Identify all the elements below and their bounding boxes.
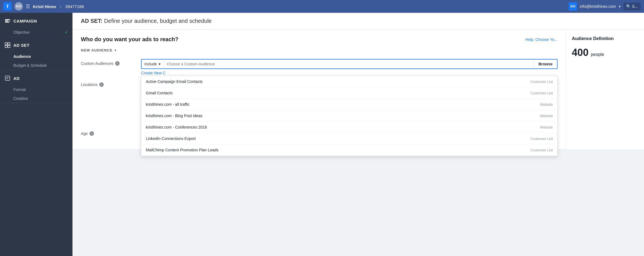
sidebar: CAMPAIGN Objective ✓ AD SET bbox=[0, 13, 72, 256]
campaign-icon bbox=[4, 18, 11, 24]
new-audience-bar: NEW AUDIENCE ▾ bbox=[81, 48, 558, 52]
locations-label: Locations i bbox=[81, 80, 137, 87]
nav-user-name: Kristi Hines bbox=[33, 4, 56, 9]
audience-definition-title: Audience Definition bbox=[572, 36, 638, 41]
dropdown-item-name: kristihines.com - all traffic bbox=[146, 102, 190, 107]
content-main: Who do you want your ads to reach? Help:… bbox=[72, 29, 566, 149]
svg-rect-2 bbox=[5, 22, 9, 23]
main-layout: CAMPAIGN Objective ✓ AD SET bbox=[0, 13, 644, 256]
sidebar-campaign-header: CAMPAIGN bbox=[0, 13, 72, 28]
dropdown-item-name: kristihines.com - Conferences 2016 bbox=[146, 125, 207, 129]
section-title: Who do you want your ads to reach? bbox=[81, 36, 178, 43]
dropdown-item[interactable]: Active Campaign Email ContactsCustomer L… bbox=[141, 76, 557, 87]
svg-rect-1 bbox=[5, 21, 8, 21]
sidebar-item-objective[interactable]: Objective ✓ bbox=[0, 28, 72, 37]
create-new-link[interactable]: Create New C bbox=[141, 71, 166, 75]
section-title-row: Who do you want your ads to reach? Help:… bbox=[81, 36, 558, 43]
sidebar-section-ad: AD Format Creative bbox=[0, 70, 72, 103]
dropdown-item-name: MailChimp Content Promotion Plan Leads bbox=[146, 148, 219, 152]
new-audience-dropdown-icon[interactable]: ▾ bbox=[115, 48, 116, 52]
sidebar-section-campaign: CAMPAIGN Objective ✓ bbox=[0, 13, 72, 37]
sidebar-adset-title: AD SET bbox=[13, 43, 30, 48]
sidebar-ad-title: AD bbox=[13, 76, 20, 81]
sidebar-adset-header: AD SET bbox=[0, 37, 72, 52]
include-dropdown-icon: ▾ bbox=[159, 62, 161, 66]
nav-arrow: › bbox=[60, 4, 61, 9]
sidebar-item-audience[interactable]: Audience bbox=[0, 52, 72, 61]
content-body: Who do you want your ads to reach? Help:… bbox=[72, 29, 644, 149]
svg-rect-7 bbox=[5, 76, 10, 80]
sidebar-item-budget-schedule[interactable]: Budget & Schedule bbox=[0, 61, 72, 70]
fb-logo: f bbox=[3, 2, 12, 11]
sidebar-campaign-title: CAMPAIGN bbox=[13, 19, 37, 23]
ad-icon bbox=[4, 75, 11, 81]
help-link[interactable]: Help: Choose Yo... bbox=[525, 37, 558, 42]
dropdown-item-type: Customer List bbox=[531, 148, 553, 152]
sidebar-section-adset: AD SET Audience Budget & Schedule bbox=[0, 37, 72, 70]
custom-audiences-row: Custom Audiences i Include ▾ Browse bbox=[81, 59, 558, 75]
nav-right: KH info@kristihines.com ▾ 🔍 S... bbox=[569, 2, 641, 11]
custom-audiences-info-icon[interactable]: i bbox=[115, 61, 120, 66]
audience-input-row: Include ▾ Browse bbox=[141, 59, 558, 69]
audience-definition-panel: Audience Definition 400 people bbox=[566, 29, 644, 149]
custom-audience-container: Include ▾ Browse Active Campaign Email C… bbox=[141, 59, 558, 75]
nav-kh-badge: KH bbox=[569, 2, 577, 11]
dropdown-item-type: Customer List bbox=[531, 80, 553, 84]
dropdown-item-name: kristihines.com - Blog Post Ideas bbox=[146, 114, 202, 118]
new-audience-button[interactable]: NEW AUDIENCE bbox=[81, 48, 112, 52]
age-label: Age i bbox=[81, 129, 137, 136]
nav-email: info@kristihines.com bbox=[580, 4, 616, 9]
svg-rect-3 bbox=[5, 43, 7, 45]
dropdown-item-name: Active Campaign Email Contacts bbox=[146, 79, 203, 84]
dropdown-item[interactable]: MailChimp Content Promotion Plan LeadsCu… bbox=[141, 144, 557, 156]
svg-rect-5 bbox=[5, 45, 7, 48]
include-select[interactable]: Include ▾ bbox=[142, 60, 164, 68]
nav-avatar: KH bbox=[14, 2, 23, 11]
dropdown-item-type: Website bbox=[540, 114, 553, 118]
nav-email-dropdown-icon[interactable]: ▾ bbox=[619, 4, 621, 9]
objective-check-icon: ✓ bbox=[65, 30, 68, 35]
adset-icon bbox=[4, 42, 11, 48]
adset-header-title: AD SET: Define your audience, budget and… bbox=[81, 18, 212, 24]
dropdown-item[interactable]: LinkedIn Connections ExportCustomer List bbox=[141, 133, 557, 144]
top-nav: f KH ☰ Kristi Hines › 39477188 KH info@k… bbox=[0, 0, 644, 13]
dropdown-item-type: Website bbox=[540, 125, 553, 129]
dropdown-item[interactable]: kristihines.com - all trafficWebsite bbox=[141, 99, 557, 110]
nav-search-button[interactable]: 🔍 S... bbox=[623, 3, 641, 10]
content-area: AD SET: Define your audience, budget and… bbox=[72, 13, 644, 256]
dropdown-item[interactable]: Gmail ContactsCustomer List bbox=[141, 87, 557, 99]
dropdown-item-type: Website bbox=[540, 102, 553, 107]
dropdown-item[interactable]: kristihines.com - Conferences 2016Websit… bbox=[141, 122, 557, 133]
sidebar-ad-header: AD bbox=[0, 70, 72, 85]
dropdown-item-type: Customer List bbox=[531, 137, 553, 141]
custom-audiences-label: Custom Audiences i bbox=[81, 59, 137, 66]
svg-rect-0 bbox=[5, 19, 10, 20]
audience-count-label: people bbox=[591, 52, 604, 57]
dropdown-item-name: Gmail Contacts bbox=[146, 91, 173, 95]
custom-audience-input[interactable] bbox=[164, 60, 534, 68]
dropdown-item-type: Customer List bbox=[531, 91, 553, 95]
browse-button[interactable]: Browse bbox=[534, 60, 557, 68]
svg-rect-6 bbox=[8, 45, 10, 48]
audience-dropdown: Active Campaign Email ContactsCustomer L… bbox=[141, 76, 558, 156]
audience-count-number: 400 bbox=[572, 47, 589, 58]
dropdown-item[interactable]: kristihines.com - Blog Post IdeasWebsite bbox=[141, 110, 557, 122]
age-info-icon[interactable]: i bbox=[89, 131, 94, 136]
sidebar-item-creative[interactable]: Creative bbox=[0, 94, 72, 103]
sidebar-item-format[interactable]: Format bbox=[0, 85, 72, 94]
nav-account-id: 39477188 bbox=[65, 4, 84, 9]
audience-count: 400 people bbox=[572, 47, 638, 58]
hamburger-icon[interactable]: ☰ bbox=[26, 3, 30, 9]
audience-section: Who do you want your ads to reach? Help:… bbox=[72, 29, 566, 149]
svg-rect-4 bbox=[8, 43, 10, 45]
dropdown-item-name: LinkedIn Connections Export bbox=[146, 136, 196, 141]
adset-header: AD SET: Define your audience, budget and… bbox=[72, 13, 644, 29]
locations-info-icon[interactable]: i bbox=[99, 82, 104, 87]
